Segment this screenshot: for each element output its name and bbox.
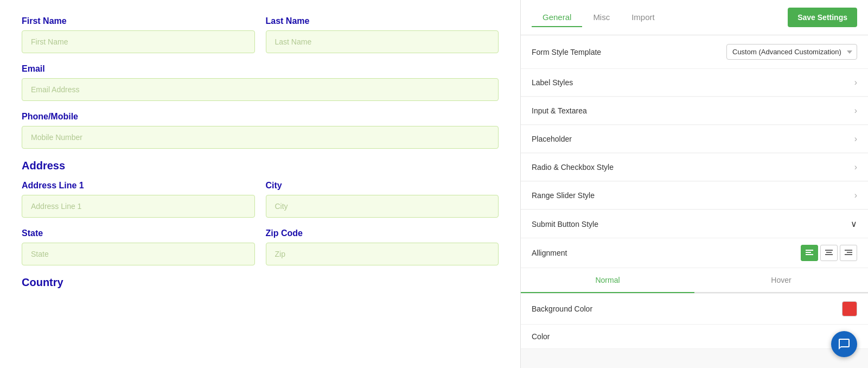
chat-button[interactable] — [831, 331, 857, 357]
chevron-down-icon: ∨ — [851, 219, 857, 229]
radio-checkbox-section: Radio & Checkbox Style › — [521, 154, 868, 181]
first-name-input[interactable] — [22, 30, 255, 53]
submit-button-label: Submit Button Style — [532, 220, 851, 229]
address-line1-label: Address Line 1 — [22, 181, 255, 191]
form-preview: First Name Last Name Email Phone/Mobile … — [0, 0, 521, 368]
hover-tab[interactable]: Hover — [694, 268, 868, 293]
svg-rect-0 — [806, 250, 813, 251]
phone-label: Phone/Mobile — [22, 112, 499, 122]
tab-general[interactable]: General — [532, 8, 582, 27]
color-row: Color — [521, 325, 868, 349]
first-name-label: First Name — [22, 16, 255, 26]
input-textarea-label: Input & Textarea — [532, 106, 854, 115]
radio-checkbox-row[interactable]: Radio & Checkbox Style › — [521, 154, 868, 181]
phone-input[interactable] — [22, 126, 499, 149]
email-input[interactable] — [22, 78, 499, 101]
svg-rect-5 — [825, 254, 833, 255]
form-style-select[interactable]: Custom (Advanced Customization) — [726, 44, 857, 60]
chevron-right-icon-5: › — [854, 191, 857, 200]
svg-rect-7 — [847, 252, 852, 253]
color-label: Color — [532, 332, 857, 341]
align-left-icon — [806, 250, 813, 256]
align-left-button[interactable] — [801, 245, 818, 261]
tab-misc[interactable]: Misc — [582, 8, 621, 27]
chevron-right-icon-2: › — [854, 106, 857, 116]
placeholder-row[interactable]: Placeholder › — [521, 125, 868, 153]
label-styles-section: Label Styles › — [521, 69, 868, 97]
placeholder-section: Placeholder › — [521, 125, 868, 153]
form-style-row: Form Style Template Custom (Advanced Cus… — [521, 35, 868, 69]
zip-input[interactable] — [266, 243, 499, 265]
placeholder-label: Placeholder — [532, 135, 854, 143]
radio-checkbox-label: Radio & Checkbox Style — [532, 163, 854, 172]
tab-import[interactable]: Import — [621, 8, 666, 27]
align-right-icon — [845, 250, 852, 256]
alignment-buttons — [801, 245, 857, 261]
address-line1-input[interactable] — [22, 195, 255, 218]
range-slider-label: Range Slider Style — [532, 191, 854, 200]
city-label: City — [266, 181, 499, 191]
align-center-button[interactable] — [820, 245, 838, 261]
svg-rect-4 — [826, 252, 832, 253]
save-settings-button[interactable]: Save Settings — [788, 8, 857, 27]
range-slider-row[interactable]: Range Slider Style › — [521, 182, 868, 210]
svg-rect-3 — [825, 250, 833, 251]
alignment-row: Allignment — [521, 238, 868, 268]
normal-tab[interactable]: Normal — [521, 268, 694, 293]
background-color-row: Background Color — [521, 294, 868, 325]
input-textarea-row[interactable]: Input & Textarea › — [521, 97, 868, 125]
state-input[interactable] — [22, 243, 255, 265]
email-label: Email — [22, 64, 499, 74]
range-slider-section: Range Slider Style › — [521, 182, 868, 210]
label-styles-row[interactable]: Label Styles › — [521, 69, 868, 97]
svg-rect-6 — [845, 250, 852, 251]
alignment-label: Allignment — [532, 249, 801, 257]
settings-panel: General Misc Import Save Settings Form S… — [521, 0, 868, 368]
svg-rect-8 — [845, 254, 852, 255]
align-right-button[interactable] — [840, 245, 857, 261]
form-style-label: Form Style Template — [532, 48, 726, 56]
last-name-input[interactable] — [266, 30, 499, 53]
state-label: State — [22, 229, 255, 238]
chat-icon — [838, 338, 851, 351]
last-name-label: Last Name — [266, 16, 499, 26]
submit-button-row[interactable]: Submit Button Style ∨ — [521, 210, 868, 238]
background-color-label: Background Color — [532, 304, 842, 313]
chevron-right-icon: › — [854, 78, 857, 87]
chevron-right-icon-3: › — [854, 134, 857, 144]
submit-button-section: Submit Button Style ∨ Allignment — [521, 210, 868, 349]
input-textarea-section: Input & Textarea › — [521, 97, 868, 125]
country-section-title: Country — [22, 276, 499, 289]
label-styles-label: Label Styles — [532, 78, 854, 87]
settings-header: General Misc Import Save Settings — [521, 0, 868, 35]
align-center-icon — [825, 250, 833, 256]
zip-code-label: Zip Code — [266, 229, 499, 238]
svg-rect-2 — [806, 254, 813, 255]
address-section-title: Address — [22, 160, 499, 172]
svg-rect-1 — [806, 252, 811, 253]
city-input[interactable] — [266, 195, 499, 218]
chevron-right-icon-4: › — [854, 162, 857, 172]
normal-hover-tabs: Normal Hover — [521, 268, 868, 294]
background-color-swatch[interactable] — [842, 301, 857, 316]
